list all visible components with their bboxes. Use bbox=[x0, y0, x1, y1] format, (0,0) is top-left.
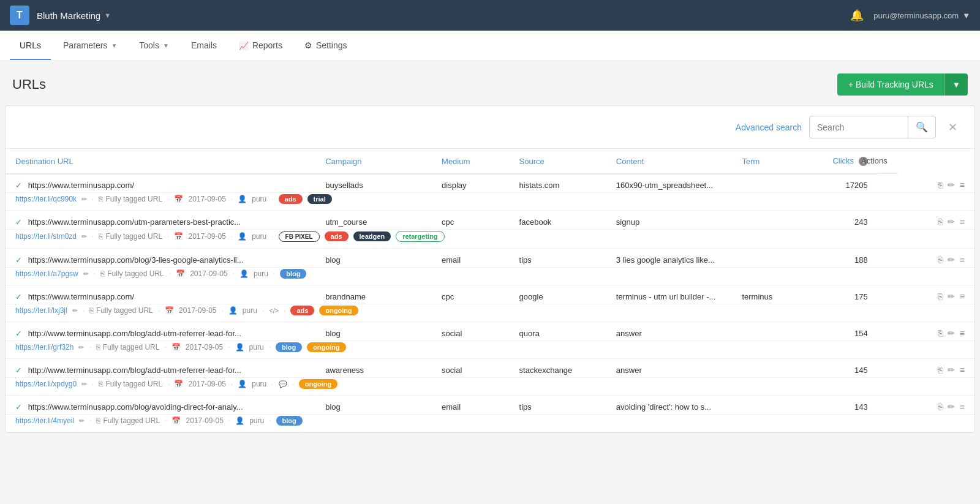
user-text: puru bbox=[252, 380, 266, 388]
edit-short-url-icon[interactable]: ✏ bbox=[79, 417, 85, 425]
copy-icon[interactable]: ⎘ bbox=[938, 291, 943, 301]
short-url-link[interactable]: https://ter.li/lxj3jl bbox=[15, 306, 67, 315]
comment-icon[interactable]: 💬 bbox=[279, 380, 287, 388]
nav-item-settings[interactable]: ⚙ Settings bbox=[295, 32, 357, 60]
date-text: 2017-09-05 bbox=[190, 269, 227, 278]
separator: · bbox=[271, 195, 273, 203]
edit-short-url-icon[interactable]: ✏ bbox=[83, 270, 89, 278]
copy-icon[interactable]: ⎘ bbox=[938, 255, 943, 265]
check-icon: ✓ bbox=[15, 217, 22, 227]
date-text: 2017-09-05 bbox=[188, 195, 225, 203]
nav-item-urls[interactable]: URLs bbox=[10, 32, 51, 60]
tag[interactable]: ads bbox=[325, 231, 349, 241]
short-url-link[interactable]: https://ter.li/qc990k bbox=[15, 195, 77, 203]
search-input[interactable] bbox=[810, 118, 908, 137]
content-cell: avoiding 'direct': how to s... bbox=[606, 396, 733, 415]
short-url-link[interactable]: https://ter.li/4myeil bbox=[15, 416, 74, 425]
separator: · bbox=[92, 380, 94, 388]
code-icon[interactable]: </> bbox=[269, 307, 279, 314]
tag[interactable]: trial bbox=[307, 194, 332, 204]
edit-icon[interactable]: ✏ bbox=[948, 291, 955, 301]
edit-icon[interactable]: ✏ bbox=[948, 217, 955, 227]
nav-item-reports[interactable]: 📈 Reports bbox=[229, 32, 292, 60]
clicks-cell: 143 bbox=[800, 396, 878, 415]
date-text: 2017-09-05 bbox=[179, 306, 216, 315]
col-header-content[interactable]: Content bbox=[606, 149, 733, 174]
tag[interactable]: blog bbox=[280, 269, 306, 279]
nav-item-parameters[interactable]: Parameters ▼ bbox=[53, 32, 127, 60]
menu-icon[interactable]: ≡ bbox=[960, 180, 965, 190]
edit-icon[interactable]: ✏ bbox=[948, 180, 955, 190]
tag[interactable]: ads bbox=[279, 194, 303, 204]
edit-icon[interactable]: ✏ bbox=[948, 402, 955, 412]
table-meta-row: https://ter.li/grf32h ✏ · ⎘ Fully tagged… bbox=[6, 341, 974, 359]
build-tracking-urls-button[interactable]: + Build Tracking URLs bbox=[837, 73, 944, 96]
check-icon: ✓ bbox=[15, 366, 22, 375]
fully-tagged-text: Fully tagged URL bbox=[105, 380, 162, 388]
tag[interactable]: blog bbox=[276, 342, 302, 352]
edit-icon[interactable]: ✏ bbox=[948, 365, 955, 375]
menu-icon[interactable]: ≡ bbox=[960, 291, 965, 301]
edit-icon[interactable]: ✏ bbox=[948, 328, 955, 338]
tag[interactable]: blog bbox=[276, 416, 303, 426]
edit-short-url-icon[interactable]: ✏ bbox=[72, 307, 78, 315]
tag[interactable]: ongoing bbox=[319, 306, 358, 315]
dest-url-text: https://www.terminusapp.com/blog/avoidin… bbox=[28, 402, 243, 412]
close-search-button[interactable]: ✕ bbox=[943, 118, 962, 137]
menu-icon[interactable]: ≡ bbox=[960, 328, 965, 338]
col-header-campaign[interactable]: Campaign bbox=[315, 149, 432, 174]
col-header-medium[interactable]: Medium bbox=[432, 149, 510, 174]
edit-short-url-icon[interactable]: ✏ bbox=[81, 380, 87, 388]
tag[interactable]: ongoing bbox=[299, 379, 337, 389]
nav-item-emails[interactable]: Emails bbox=[181, 32, 227, 60]
short-url-link[interactable]: https://ter.li/grf32h bbox=[15, 343, 74, 352]
short-url-link[interactable]: https://ter.li/a7pgsw bbox=[15, 269, 78, 278]
col-header-source[interactable]: Source bbox=[510, 149, 606, 174]
user-menu[interactable]: puru@terminusapp.com ▼ bbox=[873, 11, 970, 20]
short-url-link[interactable]: https://ter.li/stm0zd bbox=[15, 232, 77, 241]
tag[interactable]: FB PIXEL bbox=[279, 231, 320, 242]
content-cell: answer bbox=[606, 359, 733, 378]
copy-small-icon: ⎘ bbox=[99, 195, 103, 203]
clicks-cell: 154 bbox=[800, 322, 878, 341]
brand-name-button[interactable]: Bluth Marketing ▼ bbox=[37, 10, 111, 21]
user-text: puru bbox=[243, 306, 257, 315]
copy-icon[interactable]: ⎘ bbox=[938, 180, 943, 190]
meta-cell: https://ter.li/a7pgsw ✏ · ⎘ Fully tagged… bbox=[6, 268, 974, 285]
nav-left: T Bluth Marketing ▼ bbox=[10, 6, 111, 25]
edit-short-url-icon[interactable]: ✏ bbox=[81, 233, 87, 241]
user-icon: 👤 bbox=[239, 269, 249, 278]
copy-icon[interactable]: ⎘ bbox=[938, 365, 943, 375]
build-btn-dropdown[interactable]: ▼ bbox=[944, 73, 968, 96]
bell-icon[interactable]: 🔔 bbox=[850, 9, 864, 22]
edit-short-url-icon[interactable]: ✏ bbox=[78, 344, 84, 352]
menu-icon[interactable]: ≡ bbox=[960, 365, 965, 375]
fully-tagged-badge: ⎘ Fully tagged URL bbox=[89, 306, 153, 315]
dest-url-cell: ✓ https://www.terminusapp.com/utm-parame… bbox=[6, 211, 315, 230]
nav-item-tools[interactable]: Tools ▼ bbox=[129, 32, 179, 60]
separator: · bbox=[164, 343, 166, 352]
copy-icon[interactable]: ⎘ bbox=[938, 217, 943, 227]
tag[interactable]: ongoing bbox=[307, 342, 345, 352]
menu-icon[interactable]: ≡ bbox=[960, 217, 965, 227]
user-text: puru bbox=[249, 416, 264, 425]
search-button[interactable]: 🔍 bbox=[908, 116, 935, 138]
edit-icon[interactable]: ✏ bbox=[948, 255, 955, 265]
source-cell: google bbox=[510, 285, 606, 304]
actions-cell: ⎘ ✏ ≡ bbox=[878, 322, 974, 341]
col-header-destination-url[interactable]: Destination URL bbox=[6, 149, 315, 174]
tag[interactable]: leadgen bbox=[353, 231, 391, 241]
tag[interactable]: retargeting bbox=[396, 231, 444, 242]
short-url-link[interactable]: https://ter.li/xpdyg0 bbox=[15, 380, 77, 388]
menu-icon[interactable]: ≡ bbox=[960, 402, 965, 412]
menu-icon[interactable]: ≡ bbox=[960, 255, 965, 265]
separator: · bbox=[167, 380, 169, 388]
advanced-search-link[interactable]: Advanced search bbox=[736, 122, 802, 132]
copy-icon[interactable]: ⎘ bbox=[938, 402, 943, 412]
meta-cell: https://ter.li/qc990k ✏ · ⎘ Fully tagged… bbox=[6, 193, 974, 211]
edit-short-url-icon[interactable]: ✏ bbox=[81, 195, 87, 203]
tag[interactable]: ads bbox=[290, 306, 314, 315]
copy-icon[interactable]: ⎘ bbox=[938, 328, 943, 338]
col-header-term[interactable]: Term bbox=[732, 149, 800, 174]
content-cell: answer bbox=[606, 322, 733, 341]
